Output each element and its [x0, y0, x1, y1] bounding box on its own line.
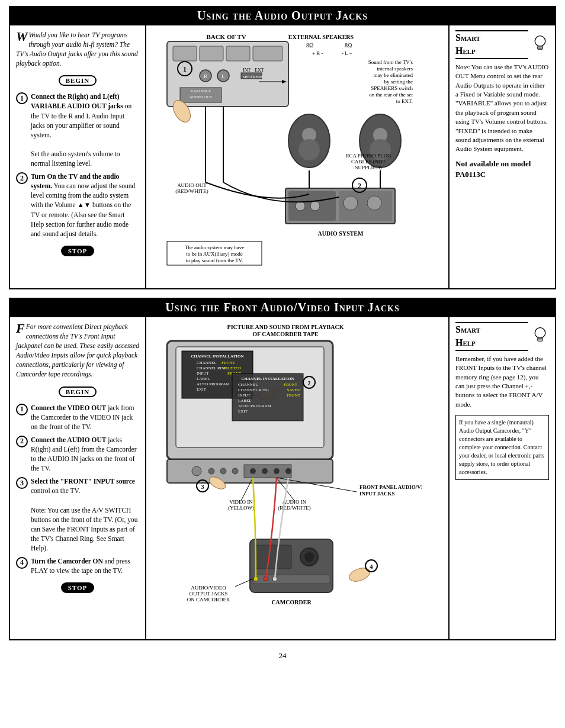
svg-point-133 — [348, 565, 372, 584]
svg-text:to be in AUX(iliary) mode: to be in AUX(iliary) mode — [186, 251, 242, 257]
bottom-section-header: Using the Front Audio/Video Input Jacks — [9, 298, 556, 317]
svg-rect-138 — [538, 338, 543, 341]
bottom-step-4: 4 Turn the Camcorder ON and press PLAY t… — [16, 556, 139, 575]
svg-rect-3 — [200, 46, 223, 61]
bottom-left-panel: FFor more convenient Direct playback con… — [10, 317, 146, 639]
svg-text:LABEL: LABEL — [238, 398, 252, 403]
lightbulb-icon — [531, 34, 549, 55]
svg-text:CHANNEL: CHANNEL — [197, 360, 216, 365]
top-center-panel: BACK OF TV EXTERNAL SPEAKERS 8Ω 8Ω + R - — [146, 25, 448, 288]
svg-text:EXIT: EXIT — [197, 387, 207, 392]
svg-text:internal speakers: internal speakers — [377, 66, 413, 72]
svg-text:on the rear of the set: on the rear of the set — [369, 92, 413, 98]
bottom-section: Using the Front Audio/Video Input Jacks … — [9, 298, 556, 640]
svg-text:SPEAKERS: SPEAKERS — [242, 75, 263, 79]
svg-text:EXIT: EXIT — [238, 409, 248, 414]
svg-text:AUDIO IN: AUDIO IN — [282, 499, 307, 505]
svg-point-103 — [232, 468, 238, 474]
svg-rect-5 — [253, 46, 282, 61]
top-diagram-svg: BACK OF TV EXTERNAL SPEAKERS 8Ω 8Ω + R - — [149, 28, 422, 283]
svg-point-108 — [285, 468, 291, 474]
bottom-smart-help-title: Smart Help — [455, 322, 528, 351]
svg-text:AUDIO OUT: AUDIO OUT — [177, 182, 207, 188]
svg-text:EXT: EXT — [255, 67, 264, 73]
svg-text:4: 4 — [370, 563, 373, 570]
svg-text:AUDIO/VIDEO: AUDIO/VIDEO — [191, 585, 226, 591]
bottom-step-1-num: 1 — [16, 404, 28, 415]
top-step-2-content: Turn On the TV and the audio system. You… — [31, 172, 139, 239]
svg-rect-122 — [256, 545, 291, 569]
svg-text:1: 1 — [183, 65, 187, 73]
bottom-section-content: FFor more convenient Direct playback con… — [9, 317, 556, 640]
top-step-2: 2 Turn On the TV and the audio system. Y… — [16, 172, 139, 239]
svg-text:RCA PHONO PLUG: RCA PHONO PLUG — [345, 153, 391, 159]
page: Using the Audio Output Jacks WWould you … — [0, 0, 565, 669]
page-number: 24 — [9, 649, 556, 663]
bottom-dropcap: F — [16, 322, 25, 335]
svg-text:AUTO PROGRAM: AUTO PROGRAM — [197, 382, 230, 386]
svg-text:EXTERNAL SPEAKERS: EXTERNAL SPEAKERS — [288, 34, 354, 40]
svg-point-37 — [344, 196, 358, 210]
svg-text:PICTURE AND SOUND FROM PLAYBAC: PICTURE AND SOUND FROM PLAYBACK — [227, 324, 344, 330]
bottom-begin-badge: BEGIN — [59, 386, 97, 397]
svg-point-36 — [310, 201, 320, 211]
svg-text:(RED/WHITE): (RED/WHITE) — [175, 188, 208, 194]
svg-text:ON CAMCORDER: ON CAMCORDER — [187, 597, 230, 603]
svg-point-100 — [192, 466, 201, 476]
svg-text:Sound from the TV's: Sound from the TV's — [368, 59, 413, 65]
top-step-1-content: Connect the R(ight) and L(eft) VARIABLE … — [31, 92, 139, 168]
svg-text:AUDIO OUT: AUDIO OUT — [190, 95, 213, 99]
svg-text:The audio system may have: The audio system may have — [185, 244, 244, 250]
svg-text:OF CAMCORDER TAPE: OF CAMCORDER TAPE — [252, 331, 319, 337]
svg-point-102 — [220, 468, 226, 474]
svg-point-28 — [298, 139, 320, 160]
bottom-step-4-num: 4 — [16, 557, 28, 569]
svg-rect-2 — [173, 46, 197, 61]
bottom-step-2-num: 2 — [16, 436, 28, 447]
svg-text:INPUT: INPUT — [197, 371, 209, 376]
svg-text:CABLES (NOT: CABLES (NOT — [351, 159, 386, 165]
bottom-center-panel: PICTURE AND SOUND FROM PLAYBACK OF CAMCO… — [146, 317, 448, 639]
top-intro-text: WWould you like to hear TV programs thro… — [16, 30, 139, 68]
svg-rect-64 — [538, 46, 543, 49]
bottom-step-1: 1 Connect the VIDEO OUT jack from the Ca… — [16, 403, 139, 431]
svg-text:+ R -: + R - — [312, 50, 323, 56]
top-step-2-num: 2 — [16, 172, 28, 184]
top-smart-help-body: Note: You can use the TV's AUDIO OUT Men… — [455, 63, 549, 154]
svg-text:INPUT JACKS: INPUT JACKS — [359, 491, 395, 497]
top-section-header: Using the Audio Output Jacks — [9, 6, 556, 25]
svg-point-107 — [274, 468, 280, 474]
svg-text:L: L — [221, 73, 225, 79]
svg-text:AUTO PROGRAM: AUTO PROGRAM — [238, 404, 271, 408]
bottom-step-3-num: 3 — [16, 477, 28, 489]
svg-text:3: 3 — [201, 484, 204, 490]
bottom-lightbulb-icon — [531, 326, 549, 347]
svg-text:2: 2 — [358, 182, 361, 190]
svg-text:OUTPUT JACKS: OUTPUT JACKS — [189, 591, 227, 597]
bottom-step-3-content: Select the "FRONT" INPUT source control … — [31, 476, 139, 553]
bottom-intro-text: FFor more convenient Direct playback con… — [16, 322, 139, 379]
svg-text:by setting the: by setting the — [384, 79, 413, 85]
svg-text:FRONT: FRONT — [284, 382, 298, 387]
top-section: Using the Audio Output Jacks WWould you … — [9, 6, 556, 289]
svg-text:DELETED: DELETED — [223, 366, 242, 371]
bottom-step-2-content: Connect the AUDIO OUT jacks R(ight) and … — [31, 435, 139, 473]
top-stop-badge: STOP — [61, 246, 95, 256]
svg-text:VARIABLE: VARIABLE — [191, 89, 211, 94]
svg-text:(YELLOW): (YELLOW) — [228, 505, 254, 511]
svg-text:CHANNEL RING: CHANNEL RING — [238, 388, 269, 392]
svg-text:to play sound from the TV.: to play sound from the TV. — [186, 257, 243, 263]
svg-text:FRONT PANEL AUDIO/VIDEO: FRONT PANEL AUDIO/VIDEO — [359, 484, 422, 490]
svg-text:BACK OF TV: BACK OF TV — [206, 33, 246, 40]
top-dropcap: W — [16, 30, 28, 43]
svg-point-137 — [535, 328, 545, 339]
bottom-smart-help-header: Smart Help — [455, 322, 549, 351]
svg-text:may be eliminated: may be eliminated — [374, 72, 413, 78]
svg-text:INT: INT — [243, 67, 251, 73]
svg-text:LABEL: LABEL — [197, 376, 210, 381]
bottom-right-panel: Smart Help Remember, if you have added t… — [448, 317, 555, 639]
svg-rect-4 — [226, 46, 250, 61]
svg-text:FRONT: FRONT — [287, 393, 301, 398]
svg-text:SAVED: SAVED — [287, 388, 300, 392]
top-smart-help-title: Smart Help — [455, 30, 528, 59]
